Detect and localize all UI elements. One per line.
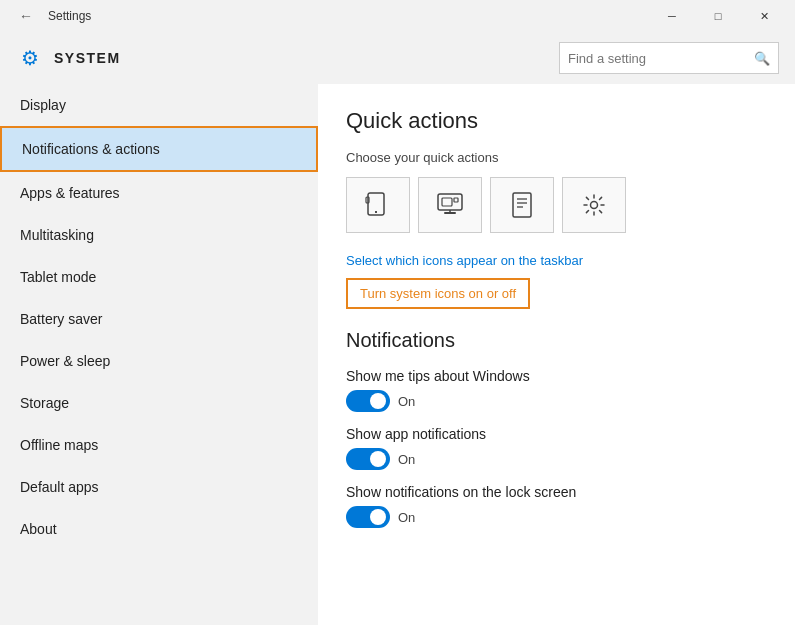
toggle-lock[interactable]: [346, 506, 390, 528]
toggle-tips-label: On: [398, 394, 415, 409]
app-title: SYSTEM: [54, 50, 121, 66]
toggle-tips[interactable]: [346, 390, 390, 412]
search-input[interactable]: [560, 51, 746, 66]
back-arrow: ←: [19, 8, 33, 24]
sidebar-item-apps[interactable]: Apps & features: [0, 172, 318, 214]
title-bar-text: Settings: [48, 9, 91, 23]
svg-rect-8: [454, 198, 458, 202]
quick-action-note[interactable]: [490, 177, 554, 233]
notification-row-app: Show app notifications On: [346, 426, 767, 470]
title-bar: ← Settings ─ □ ✕: [0, 0, 795, 32]
toggle-row-app: On: [346, 448, 767, 470]
quick-actions-title: Quick actions: [346, 108, 767, 134]
svg-point-3: [375, 211, 377, 213]
sidebar-item-storage[interactable]: Storage: [0, 382, 318, 424]
sidebar-item-power[interactable]: Power & sleep: [0, 340, 318, 382]
sidebar-item-display[interactable]: Display: [0, 84, 318, 126]
search-box[interactable]: 🔍: [559, 42, 779, 74]
sidebar: Display Notifications & actions Apps & f…: [0, 84, 318, 625]
svg-rect-9: [513, 193, 531, 217]
quick-actions-row: [346, 177, 767, 233]
notification-row-tips: Show me tips about Windows On: [346, 368, 767, 412]
title-bar-controls: ─ □ ✕: [649, 0, 787, 32]
sidebar-item-battery[interactable]: Battery saver: [0, 298, 318, 340]
sidebar-item-notifications[interactable]: Notifications & actions: [0, 126, 318, 172]
sidebar-item-multitasking[interactable]: Multitasking: [0, 214, 318, 256]
notification-row-lock: Show notifications on the lock screen On: [346, 484, 767, 528]
svg-rect-5: [444, 212, 456, 214]
sidebar-item-offline-maps[interactable]: Offline maps: [0, 424, 318, 466]
quick-action-display[interactable]: [418, 177, 482, 233]
sidebar-item-about[interactable]: About: [0, 508, 318, 550]
quick-action-tablet[interactable]: [346, 177, 410, 233]
toggle-lock-label: On: [398, 510, 415, 525]
app-header: ⚙ SYSTEM 🔍: [0, 32, 795, 84]
quick-action-settings[interactable]: [562, 177, 626, 233]
system-icons-link[interactable]: Turn system icons on or off: [346, 278, 530, 309]
title-bar-left: ← Settings: [12, 2, 91, 30]
toggle-app-label: On: [398, 452, 415, 467]
minimize-button[interactable]: ─: [649, 0, 695, 32]
toggle-row-tips: On: [346, 390, 767, 412]
gear-icon: ⚙: [16, 44, 44, 72]
svg-rect-7: [442, 198, 452, 206]
back-button[interactable]: ←: [12, 2, 40, 30]
sidebar-item-default-apps[interactable]: Default apps: [0, 466, 318, 508]
quick-actions-sublabel: Choose your quick actions: [346, 150, 767, 165]
close-button[interactable]: ✕: [741, 0, 787, 32]
notifications-title: Notifications: [346, 329, 767, 352]
notification-lock-label: Show notifications on the lock screen: [346, 484, 767, 500]
right-panel: Quick actions Choose your quick actions: [318, 84, 795, 625]
svg-point-13: [591, 202, 598, 209]
toggle-row-lock: On: [346, 506, 767, 528]
main-content: Display Notifications & actions Apps & f…: [0, 84, 795, 625]
app-header-left: ⚙ SYSTEM: [16, 44, 121, 72]
sidebar-item-tablet[interactable]: Tablet mode: [0, 256, 318, 298]
notification-app-label: Show app notifications: [346, 426, 767, 442]
toggle-app[interactable]: [346, 448, 390, 470]
maximize-button[interactable]: □: [695, 0, 741, 32]
notification-tips-label: Show me tips about Windows: [346, 368, 767, 384]
search-icon: 🔍: [746, 42, 778, 74]
taskbar-icons-link[interactable]: Select which icons appear on the taskbar: [346, 253, 767, 268]
